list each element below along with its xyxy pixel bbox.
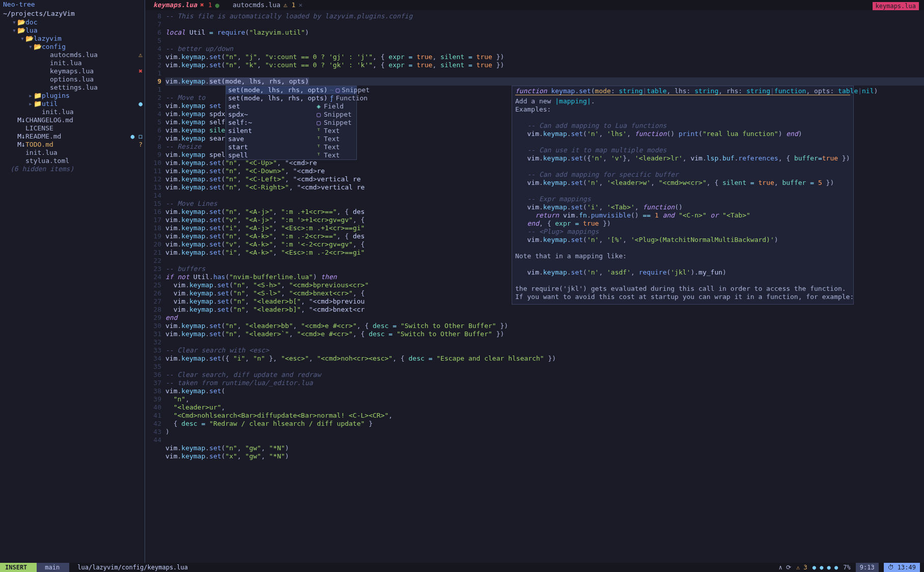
completion-popup[interactable]: set(mode, lhs, rhs, opts)~▢Snippetset(mo… (226, 86, 357, 160)
line-number-gutter: 8765432191234567891011121314151617181920… (145, 10, 165, 563)
tree-item-autocmds-lua[interactable]: autocmds.lua⚠ (1, 51, 145, 59)
tree-item-options-lua[interactable]: options.lua (1, 75, 145, 84)
tab-close-icon[interactable]: × (298, 1, 302, 9)
scroll-percent: 7% (843, 563, 850, 571)
signature-doc-popup: function keymap.set(mode: string|table, … (512, 86, 854, 305)
tree-item-stylua-toml[interactable]: stylua.toml (1, 157, 145, 165)
editor-content[interactable]: -- This file is automatically loaded by … (165, 10, 924, 563)
neo-tree-sidebar[interactable]: Neo-tree ~/projects/LazyVim ▾📂doc▾📂lua▾📂… (0, 0, 145, 563)
clock: ⏱ 13:49 (884, 563, 920, 572)
file-path: lua/lazyvim/config/keymaps.lua (69, 563, 193, 572)
tree-item-init-lua[interactable]: init.lua (1, 149, 145, 157)
breadcrumb-filename: keymaps.lua (873, 2, 919, 10)
tree-item-TODO-md[interactable]: M↓TODO.md? (1, 141, 145, 149)
sidebar-title: Neo-tree (0, 0, 145, 9)
tree-item-init-lua[interactable]: init.lua (1, 108, 145, 116)
tree-item-LICENSE[interactable]: LICENSE (1, 124, 145, 132)
cursor-token: set(mode, lhs, rhs, opts) (209, 77, 309, 85)
mode-indicator: INSERT (0, 563, 37, 572)
tree-item-lazyvim[interactable]: ▾📂lazyvim (1, 35, 145, 43)
tab-keymaps-lua[interactable]: keymaps.lua✖ 1● (145, 0, 225, 10)
tree-item-README-md[interactable]: M↓README.md● ◻ (1, 132, 145, 141)
tab-autocmds-lua[interactable]: autocmds.lua⚠ 1× (225, 0, 307, 10)
code-line: vim.keymap.set("n", "k", "v:count == 0 ?… (165, 61, 924, 69)
cursor-position: 9:13 (856, 563, 879, 572)
code-comment: -- This file is automatically loaded by … (165, 12, 412, 20)
sidebar-hidden-count: (6 hidden items) (0, 165, 145, 173)
completion-item[interactable]: spdx~▢Snippet (226, 111, 356, 119)
tree-item-keymaps-lua[interactable]: keymaps.lua✖ (1, 67, 145, 75)
completion-item[interactable]: self:~▢Snippet (226, 119, 356, 127)
tree-item-lua[interactable]: ▾📂lua (1, 26, 145, 35)
tree-item-init-lua[interactable]: init.lua (1, 59, 145, 67)
tree-item-doc[interactable]: ▾📂doc (1, 18, 145, 26)
diagnostics-count[interactable]: ⚠ 3 (796, 563, 807, 571)
completion-item[interactable]: startᵀText (226, 143, 356, 151)
tab-bar: keymaps.lua✖ 1●autocmds.lua⚠ 1× (145, 0, 924, 10)
nav-icon: ∧ ⟳ (779, 563, 791, 571)
completion-item[interactable]: silentᵀText (226, 127, 356, 135)
completion-item[interactable]: set(mode, lhs, rhs, opts)ƒFunction (226, 94, 356, 102)
git-branch[interactable]: main (37, 563, 69, 572)
completion-item[interactable]: spellᵀText (226, 151, 356, 159)
status-line: INSERT main lua/lazyvim/config/keymaps.l… (0, 563, 924, 572)
sidebar-root-path[interactable]: ~/projects/LazyVim (0, 9, 145, 18)
code-line: vim.keymap.set("n", "j", "v:count == 0 ?… (165, 53, 924, 61)
tree-item-config[interactable]: ▾📂config (1, 43, 145, 51)
completion-item[interactable]: set(mode, lhs, rhs, opts)~▢Snippet (226, 86, 356, 94)
tree-item-CHANGELOG-md[interactable]: M↓CHANGELOG.md (1, 116, 145, 124)
tree-item-settings-lua[interactable]: settings.lua (1, 84, 145, 92)
tree-item-util[interactable]: ▸📁util● (1, 100, 145, 108)
completion-item[interactable]: saveᵀText (226, 135, 356, 143)
tree-item-plugins[interactable]: ▸📁plugins (1, 92, 145, 100)
completion-item[interactable]: set◈Field (226, 102, 356, 111)
lsp-indicators: ● ● ● ● (813, 563, 838, 571)
